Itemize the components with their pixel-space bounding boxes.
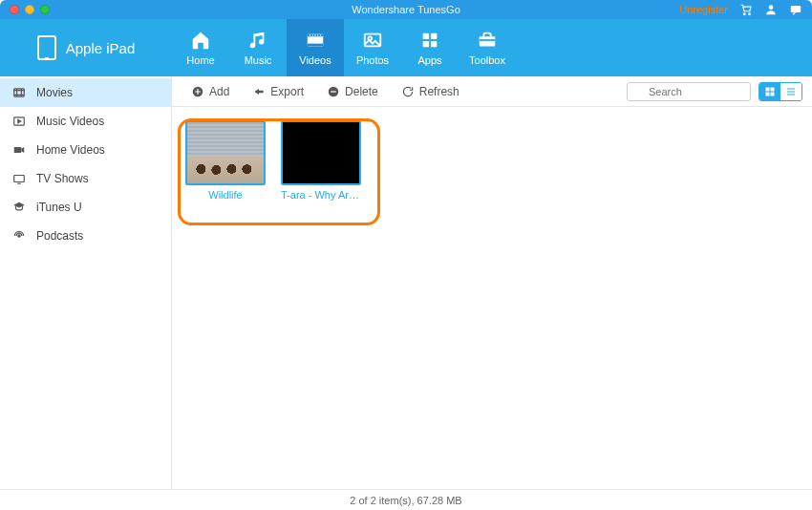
sidebar-item-home-videos[interactable]: Home Videos <box>0 136 171 164</box>
movies-side-icon <box>11 86 27 99</box>
nav-label: Home <box>186 54 214 66</box>
status-bar: 2 of 2 item(s), 67.28 MB <box>0 489 812 510</box>
photos-icon <box>362 30 383 51</box>
svg-point-8 <box>312 34 313 35</box>
sidebar-item-movies[interactable]: Movies <box>0 78 171 107</box>
svg-rect-16 <box>423 41 429 47</box>
svg-point-11 <box>320 34 321 35</box>
status-text: 2 of 2 item(s), 67.28 MB <box>350 495 461 506</box>
nav-home[interactable]: Home <box>172 19 229 76</box>
nav-label: Music <box>245 54 272 66</box>
feedback-icon[interactable] <box>789 3 802 16</box>
grid-view-button[interactable] <box>759 83 780 100</box>
svg-rect-17 <box>431 41 437 47</box>
svg-point-10 <box>317 34 318 35</box>
search-input[interactable] <box>627 82 751 101</box>
video-item[interactable]: Wildlife <box>185 120 266 201</box>
svg-rect-23 <box>14 176 25 182</box>
svg-point-7 <box>310 34 310 35</box>
sidebar-item-music-videos[interactable]: Music Videos <box>0 107 171 136</box>
video-gallery: Wildlife T-ara - Why Are... <box>172 107 812 489</box>
zoom-window-button[interactable] <box>40 5 50 14</box>
podcasts-side-icon <box>11 229 27 243</box>
sidebar-item-label: Home Videos <box>36 143 105 157</box>
svg-rect-27 <box>331 91 336 92</box>
delete-icon <box>327 85 340 98</box>
svg-rect-15 <box>431 33 437 39</box>
nav-label: Videos <box>299 54 331 66</box>
nav-toolbox[interactable]: Toolbox <box>459 19 516 76</box>
delete-button[interactable]: Delete <box>317 83 388 100</box>
toolbar-label: Export <box>270 85 304 98</box>
unregister-link[interactable]: Unregister <box>679 4 728 15</box>
titlebar: Wondershare TunesGo Unregister <box>0 0 812 19</box>
sidebar-item-label: Movies <box>36 86 73 99</box>
music-icon <box>247 30 268 51</box>
sidebar-item-podcasts[interactable]: Podcasts <box>0 222 171 250</box>
svg-point-2 <box>769 5 774 10</box>
svg-rect-3 <box>791 6 801 12</box>
sidebar-item-label: iTunes U <box>36 201 82 214</box>
toolbar-label: Refresh <box>419 85 459 98</box>
nav-videos[interactable]: Videos <box>287 19 344 76</box>
cart-icon[interactable] <box>739 3 753 16</box>
content-area: Add Export Delete Refresh <box>172 76 812 489</box>
svg-rect-18 <box>480 36 496 46</box>
svg-rect-22 <box>14 147 22 153</box>
tv-shows-side-icon <box>11 172 27 185</box>
svg-point-24 <box>18 235 20 237</box>
video-caption: T-ara - Why Are... <box>281 189 361 201</box>
header: Apple iPad Home Music Videos Photos <box>0 19 812 76</box>
home-videos-side-icon <box>11 143 27 157</box>
user-icon[interactable] <box>764 3 778 16</box>
video-caption: Wildlife <box>208 189 242 201</box>
nav-photos[interactable]: Photos <box>344 19 401 76</box>
svg-rect-30 <box>771 87 775 91</box>
nav-label: Apps <box>417 54 441 66</box>
svg-rect-32 <box>771 92 775 96</box>
export-button[interactable]: Export <box>243 83 313 100</box>
svg-point-1 <box>749 13 751 15</box>
home-icon <box>190 30 211 51</box>
svg-rect-29 <box>766 87 770 91</box>
svg-rect-31 <box>766 92 770 96</box>
toolbox-icon <box>477 30 498 51</box>
device-name: Apple iPad <box>66 40 136 56</box>
video-icon <box>305 30 326 51</box>
window-controls <box>10 5 50 14</box>
sidebar-item-label: Music Videos <box>36 115 104 128</box>
tablet-icon <box>37 35 56 60</box>
add-button[interactable]: Add <box>182 83 239 100</box>
svg-rect-14 <box>423 33 429 39</box>
device-selector[interactable]: Apple iPad <box>0 19 172 76</box>
sidebar-item-label: TV Shows <box>36 172 89 185</box>
svg-rect-19 <box>480 39 496 41</box>
close-window-button[interactable] <box>10 5 19 14</box>
sidebar: Movies Music Videos Home Videos TV Shows <box>0 76 172 489</box>
toolbar-label: Add <box>209 85 229 98</box>
refresh-button[interactable]: Refresh <box>392 83 469 100</box>
nav-apps[interactable]: Apps <box>401 19 459 76</box>
sidebar-item-tv-shows[interactable]: TV Shows <box>0 164 171 193</box>
plus-icon <box>191 85 204 98</box>
minimize-window-button[interactable] <box>25 5 34 14</box>
svg-point-9 <box>314 34 315 35</box>
video-item[interactable]: T-ara - Why Are... <box>281 120 361 201</box>
music-videos-side-icon <box>11 115 27 128</box>
content-toolbar: Add Export Delete Refresh <box>172 76 812 107</box>
apps-icon <box>419 30 440 51</box>
itunesu-side-icon <box>11 201 27 214</box>
main: Movies Music Videos Home Videos TV Shows <box>0 76 812 489</box>
toolbar-label: Delete <box>345 85 378 98</box>
export-icon <box>252 85 266 98</box>
nav-label: Photos <box>356 54 389 66</box>
search-wrap <box>627 82 751 101</box>
sidebar-item-label: Podcasts <box>36 229 83 243</box>
view-switch <box>759 82 802 101</box>
video-thumbnail <box>281 120 361 185</box>
main-nav: Home Music Videos Photos Apps <box>172 19 516 76</box>
svg-rect-6 <box>308 44 324 47</box>
sidebar-item-itunesu[interactable]: iTunes U <box>0 193 171 222</box>
list-view-button[interactable] <box>780 83 801 100</box>
nav-music[interactable]: Music <box>229 19 287 76</box>
